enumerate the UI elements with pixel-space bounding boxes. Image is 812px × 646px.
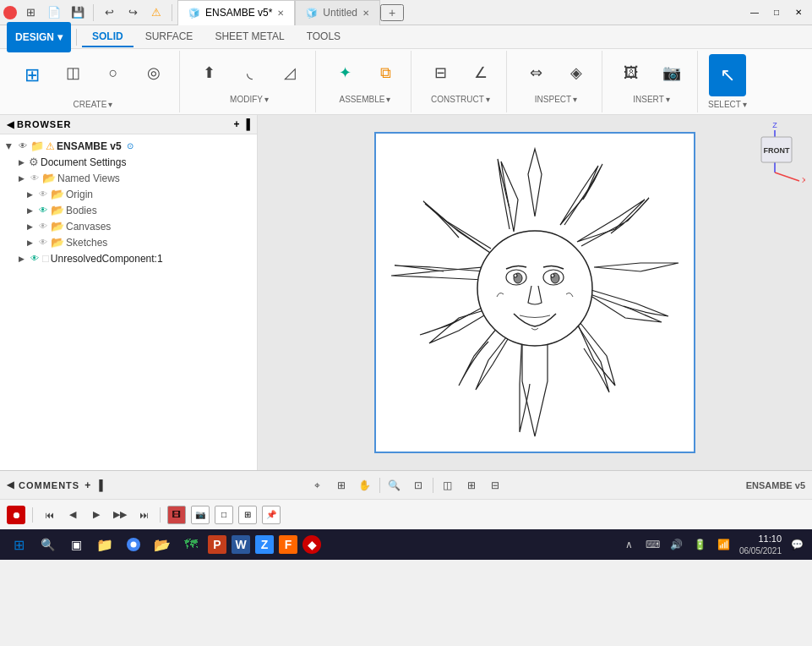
anim-last-btn[interactable]: ⏭ bbox=[134, 506, 153, 524]
canvases-eye[interactable]: 👁 bbox=[37, 221, 49, 233]
tab-ensambe[interactable]: 🧊 ENSAMBE v5* ✕ bbox=[177, 0, 295, 25]
sketches-eye[interactable]: 👁 bbox=[37, 237, 49, 249]
taskbar-network[interactable]: 📶 bbox=[716, 536, 733, 553]
grid-snap-btn[interactable]: ⊞ bbox=[332, 476, 351, 495]
new-component-btn[interactable]: ⊞ bbox=[14, 54, 51, 96]
anim-img3-btn[interactable]: □ bbox=[215, 506, 233, 524]
root-eye[interactable]: 👁 bbox=[17, 140, 29, 152]
tree-doc-settings[interactable]: ▶ ⚙ Document Settings bbox=[12, 154, 257, 170]
zoom-extent-btn[interactable]: ⊡ bbox=[409, 476, 428, 495]
system-clock[interactable]: 11:10 06/05/2021 bbox=[739, 533, 782, 556]
tree-root-item[interactable]: ▶ 👁 📁 ⚠ ENSAMBE v5 ⊙ bbox=[0, 138, 257, 154]
plane-angle-btn[interactable]: ∠ bbox=[462, 54, 499, 91]
tree-origin[interactable]: ▶ 👁 📂 Origin bbox=[0, 186, 257, 202]
taskbar-maps[interactable]: 🗺 bbox=[179, 533, 203, 556]
maximize-btn[interactable]: □ bbox=[766, 4, 787, 21]
revolve-btn[interactable]: ○ bbox=[95, 54, 132, 91]
browser-add-icon[interactable]: + bbox=[233, 118, 239, 130]
anim-pin-btn[interactable]: 📌 bbox=[262, 506, 281, 524]
assemble-label[interactable]: ASSEMBLE ▾ bbox=[340, 95, 391, 104]
effects-btn[interactable]: ⊞ bbox=[462, 476, 481, 495]
origin-arrow[interactable]: ▶ bbox=[24, 189, 35, 200]
as-built-btn[interactable]: ⧉ bbox=[367, 54, 404, 91]
doc-settings-arrow[interactable]: ▶ bbox=[15, 156, 27, 168]
comments-add-icon[interactable]: + bbox=[84, 479, 90, 491]
tab-ensambe-close[interactable]: ✕ bbox=[277, 8, 284, 18]
anim-play-btn[interactable]: ▶ bbox=[87, 506, 106, 524]
unresolved-arrow[interactable]: ▶ bbox=[15, 253, 27, 265]
tab-untitled-close[interactable]: ✕ bbox=[362, 8, 369, 18]
apps-grid-icon[interactable]: ⊞ bbox=[20, 3, 41, 23]
comments-collapse-icon[interactable]: ▐ bbox=[95, 479, 103, 491]
select-tool-btn[interactable]: ↖ bbox=[709, 54, 746, 96]
taskview-btn[interactable]: ▣ bbox=[64, 533, 88, 556]
grid-btn[interactable]: ⊟ bbox=[486, 476, 504, 495]
joint-btn[interactable]: ✦ bbox=[326, 54, 363, 91]
taskbar-notification[interactable]: 💬 bbox=[788, 536, 805, 553]
pan-btn[interactable]: ✋ bbox=[356, 476, 374, 495]
insert-mesh-btn[interactable]: 🖼 bbox=[613, 54, 650, 91]
browser-collapse-icon[interactable]: ▐ bbox=[243, 118, 250, 130]
canvas-btn[interactable]: 📷 bbox=[653, 54, 690, 91]
taskbar-word[interactable]: W bbox=[232, 535, 250, 554]
canvas-area[interactable]: Z X FRONT bbox=[258, 115, 812, 470]
tree-unresolved[interactable]: ▶ 👁 □ UnresolvedComponent:1 bbox=[12, 250, 257, 266]
construct-label[interactable]: CONSTRUCT ▾ bbox=[431, 95, 490, 104]
tab-surface[interactable]: SURFACE bbox=[135, 27, 204, 47]
canvases-arrow[interactable]: ▶ bbox=[24, 221, 35, 233]
anim-first-btn[interactable]: ⏮ bbox=[40, 506, 58, 524]
select-label[interactable]: SELECT ▾ bbox=[708, 100, 747, 109]
tree-bodies[interactable]: ▶ 👁 📂 Bodies bbox=[0, 202, 257, 218]
close-btn[interactable]: ✕ bbox=[788, 4, 809, 21]
taskbar-battery[interactable]: 🔋 bbox=[692, 536, 709, 553]
named-views-arrow[interactable]: ▶ bbox=[15, 172, 27, 184]
start-btn[interactable]: ⊞ bbox=[7, 533, 30, 556]
analysis-btn[interactable]: ◈ bbox=[558, 54, 595, 91]
save-btn[interactable]: 💾 bbox=[68, 3, 88, 23]
measure-btn[interactable]: ⇔ bbox=[517, 54, 554, 91]
taskbar-app5[interactable]: F bbox=[279, 535, 297, 554]
redo-btn[interactable]: ↪ bbox=[123, 3, 143, 23]
offset-plane-btn[interactable]: ⊟ bbox=[422, 54, 459, 91]
zoom-btn[interactable]: 🔍 bbox=[385, 476, 404, 495]
root-arrow[interactable]: ▶ bbox=[3, 140, 15, 152]
taskbar-filemanager[interactable]: 📁 bbox=[93, 533, 117, 556]
tab-tools[interactable]: TOOLS bbox=[297, 27, 351, 47]
modify-label[interactable]: MODIFY ▾ bbox=[230, 95, 269, 104]
sketches-arrow[interactable]: ▶ bbox=[24, 237, 35, 249]
display-btn[interactable]: ◫ bbox=[439, 476, 457, 495]
unresolved-eye[interactable]: 👁 bbox=[29, 253, 41, 265]
extrude-btn[interactable]: ◫ bbox=[54, 54, 91, 91]
anim-prev-btn[interactable]: ◀ bbox=[63, 506, 82, 524]
chamfer-btn[interactable]: ◿ bbox=[271, 54, 308, 91]
tab-untitled[interactable]: 🧊 Untitled ✕ bbox=[295, 0, 380, 25]
taskbar-chrome[interactable] bbox=[122, 533, 145, 556]
taskbar-zoom[interactable]: Z bbox=[255, 535, 274, 554]
inspect-label[interactable]: INSPECT ▾ bbox=[535, 95, 577, 104]
tree-canvases[interactable]: ▶ 👁 📂 Canvases bbox=[0, 218, 257, 234]
taskbar-sound[interactable]: 🔊 bbox=[668, 536, 685, 553]
taskbar-files[interactable]: 📂 bbox=[150, 533, 174, 556]
tab-solid[interactable]: SOLID bbox=[82, 27, 134, 47]
search-btn[interactable]: 🔍 bbox=[35, 533, 59, 556]
fillet-btn[interactable]: ◟ bbox=[231, 54, 268, 91]
anim-record-btn[interactable]: ⏺ bbox=[7, 506, 25, 524]
minimize-btn[interactable]: — bbox=[744, 4, 765, 21]
anim-img4-btn[interactable]: ⊞ bbox=[238, 506, 257, 524]
origin-eye[interactable]: 👁 bbox=[37, 189, 49, 200]
browser-back-icon[interactable]: ◀ bbox=[7, 119, 14, 130]
taskbar-up-arrow[interactable]: ∧ bbox=[621, 536, 638, 553]
press-pull-btn[interactable]: ⬆ bbox=[190, 54, 227, 91]
named-views-eye[interactable]: 👁 bbox=[29, 172, 41, 184]
taskbar-keyboard[interactable]: ⌨ bbox=[645, 536, 662, 553]
taskbar-app6[interactable]: ◆ bbox=[302, 535, 321, 554]
bodies-eye[interactable]: 👁 bbox=[37, 205, 49, 216]
snap-btn[interactable]: ⌖ bbox=[308, 476, 327, 495]
comments-back-icon[interactable]: ◀ bbox=[7, 479, 14, 490]
warning-btn[interactable]: ⚠ bbox=[146, 3, 166, 23]
design-dropdown-btn[interactable]: DESIGN ▾ bbox=[7, 22, 71, 52]
new-file-btn[interactable]: 📄 bbox=[44, 3, 64, 23]
new-tab-btn[interactable]: + bbox=[380, 4, 404, 21]
anim-img1-btn[interactable]: 🎞 bbox=[167, 506, 186, 524]
viewcube[interactable]: Z X FRONT bbox=[744, 122, 805, 183]
